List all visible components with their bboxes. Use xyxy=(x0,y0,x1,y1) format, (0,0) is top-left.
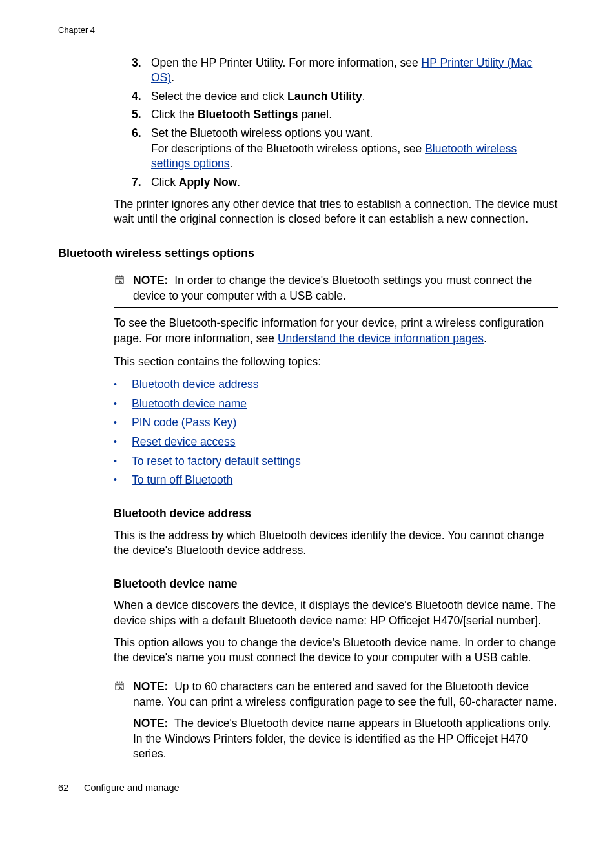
note-box: NOTE: In order to change the device's Bl… xyxy=(114,269,558,308)
note-text: Up to 60 characters can be entered and s… xyxy=(133,680,557,708)
paragraph: This section contains the following topi… xyxy=(114,355,558,370)
step-7: 7. Click Apply Now. xyxy=(132,175,558,190)
ordered-steps: 3. Open the HP Printer Utility. For more… xyxy=(58,56,558,190)
step-6: 6. Set the Bluetooth wireless options yo… xyxy=(132,126,558,172)
list-item: •Bluetooth device name xyxy=(114,396,558,412)
list-item: •Reset device access xyxy=(114,435,558,450)
note-icon xyxy=(114,679,133,710)
step-5: 5. Click the Bluetooth Settings panel. xyxy=(132,107,558,123)
bullet-icon: • xyxy=(114,435,132,450)
step-number: 5. xyxy=(132,107,151,123)
note-text: The device's Bluetooth device name appea… xyxy=(133,717,551,760)
list-item: •To reset to factory default settings xyxy=(114,454,558,469)
bullet-icon: • xyxy=(114,377,132,393)
step-text: Open the HP Printer Utility. For more in… xyxy=(151,56,558,86)
document-page: Chapter 4 3. Open the HP Printer Utility… xyxy=(0,0,616,853)
link-topic[interactable]: To turn off Bluetooth xyxy=(132,473,232,488)
step-3: 3. Open the HP Printer Utility. For more… xyxy=(132,56,558,86)
section-heading: Bluetooth wireless settings options xyxy=(58,245,558,261)
paragraph: To see the Bluetooth-specific informatio… xyxy=(114,316,558,346)
step-number: 7. xyxy=(132,175,151,190)
text: . xyxy=(362,90,365,103)
note-body: NOTE: Up to 60 characters can be entered… xyxy=(133,679,558,710)
text: Set the Bluetooth wireless options you w… xyxy=(151,126,558,141)
note-label: NOTE: xyxy=(133,680,168,693)
footer-title: Configure and manage xyxy=(84,783,180,793)
note-box: NOTE: Up to 60 characters can be entered… xyxy=(114,675,558,766)
text: . xyxy=(237,176,240,189)
bullet-icon: • xyxy=(114,473,132,488)
step-text: Click the Bluetooth Settings panel. xyxy=(151,107,558,123)
step-text: Click Apply Now. xyxy=(151,175,558,190)
link-topic[interactable]: Reset device access xyxy=(132,435,236,450)
list-item: •PIN code (Pass Key) xyxy=(114,415,558,431)
bold-text: Bluetooth Settings xyxy=(198,108,298,121)
paragraph: This is the address by which Bluetooth d… xyxy=(114,528,558,559)
step-text: Select the device and click Launch Utili… xyxy=(151,89,558,105)
note-body: NOTE: The device's Bluetooth device name… xyxy=(133,716,558,762)
list-item: •Bluetooth device address xyxy=(114,377,558,393)
note-body: NOTE: In order to change the device's Bl… xyxy=(133,273,558,303)
step-text: Set the Bluetooth wireless options you w… xyxy=(151,126,558,172)
text: Select the device and click xyxy=(151,90,287,103)
page-footer: 62Configure and manage xyxy=(58,782,180,795)
bullet-icon: • xyxy=(114,396,132,412)
note-row: NOTE: The device's Bluetooth device name… xyxy=(133,716,558,762)
text: . xyxy=(230,157,233,170)
text: panel. xyxy=(298,108,333,121)
bold-text: Launch Utility xyxy=(287,90,362,103)
text: Open the HP Printer Utility. For more in… xyxy=(151,56,422,69)
step-number: 4. xyxy=(132,89,151,105)
step-4: 4. Select the device and click Launch Ut… xyxy=(132,89,558,105)
sub-heading: Bluetooth device name xyxy=(114,577,558,592)
text: Click xyxy=(151,176,179,189)
page-number: 62 xyxy=(58,782,84,795)
bold-text: Apply Now xyxy=(179,176,237,189)
note-row: NOTE: Up to 60 characters can be entered… xyxy=(114,679,558,710)
step-number: 3. xyxy=(132,56,151,86)
link-device-info-pages[interactable]: Understand the device information pages xyxy=(278,332,484,345)
note-icon xyxy=(114,273,133,303)
text: . xyxy=(171,71,174,84)
text: For descriptions of the Bluetooth wirele… xyxy=(151,142,425,155)
note-label: NOTE: xyxy=(133,717,168,730)
link-topic[interactable]: PIN code (Pass Key) xyxy=(132,415,236,431)
link-topic[interactable]: Bluetooth device address xyxy=(132,377,259,393)
text: . xyxy=(484,332,487,345)
chapter-header: Chapter 4 xyxy=(58,25,558,36)
note-text: In order to change the device's Bluetoot… xyxy=(133,274,532,302)
topics-list: •Bluetooth device address •Bluetooth dev… xyxy=(114,377,558,488)
note-label: NOTE: xyxy=(133,274,168,287)
sub-heading: Bluetooth device address xyxy=(114,506,558,522)
link-topic[interactable]: To reset to factory default settings xyxy=(132,454,301,469)
paragraph: When a device discovers the device, it d… xyxy=(114,598,558,628)
paragraph: This option allows you to change the dev… xyxy=(114,635,558,666)
step-number: 6. xyxy=(132,126,151,172)
link-topic[interactable]: Bluetooth device name xyxy=(132,396,247,412)
bullet-icon: • xyxy=(114,415,132,431)
paragraph: The printer ignores any other device tha… xyxy=(114,197,558,227)
list-item: •To turn off Bluetooth xyxy=(114,473,558,488)
bullet-icon: • xyxy=(114,454,132,469)
text: Click the xyxy=(151,108,198,121)
